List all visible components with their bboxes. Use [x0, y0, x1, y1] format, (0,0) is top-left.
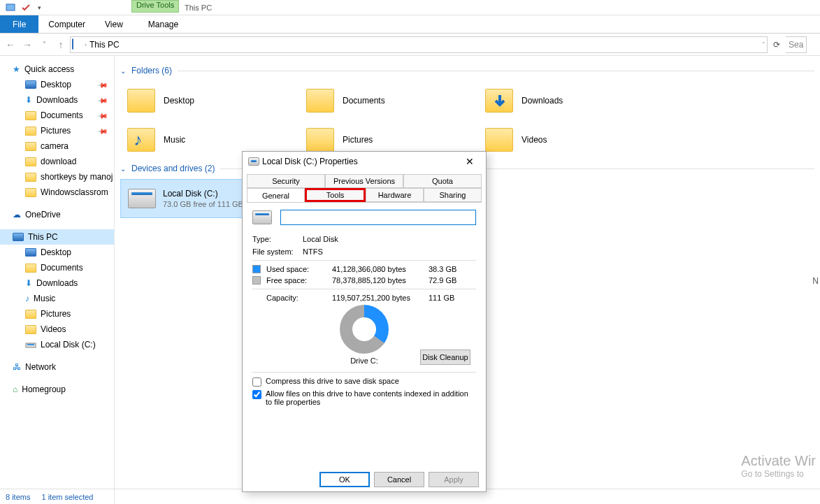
apply-button[interactable]: Apply — [429, 472, 479, 487]
sidebar-network[interactable]: 🖧Network — [0, 359, 114, 375]
sidebar-item-download[interactable]: download — [0, 154, 114, 169]
folder-videos[interactable]: Videos — [478, 120, 657, 159]
cloud-icon: ☁ — [13, 210, 21, 219]
group-folders[interactable]: ⌄ Folders (6) — [120, 66, 814, 75]
label: Pictures — [41, 126, 71, 136]
tab-manage[interactable]: Manage — [138, 15, 188, 33]
folder-icon: ♪ — [127, 128, 155, 152]
cancel-button[interactable]: Cancel — [374, 472, 424, 487]
qat-icon-2[interactable] — [20, 2, 32, 13]
index-checkbox[interactable]: Allow files on this drive to have conten… — [252, 389, 476, 406]
tab-tools[interactable]: Tools — [305, 188, 366, 202]
folder-icon — [25, 111, 36, 120]
sidebar-pc-videos[interactable]: Videos — [0, 322, 114, 337]
close-button[interactable]: ✕ — [459, 153, 480, 170]
address-dropdown[interactable]: ˅ — [762, 41, 765, 48]
sidebar-pc-downloads[interactable]: ⬇Downloads — [0, 275, 114, 291]
watermark-title: Activate Wir — [741, 453, 816, 469]
used-swatch — [252, 265, 261, 273]
label: Documents — [343, 96, 385, 106]
tab-security[interactable]: Security — [247, 174, 325, 188]
label: Allow files on this drive to have conten… — [266, 389, 476, 406]
svg-rect-0 — [6, 4, 15, 10]
tab-hardware[interactable]: Hardware — [366, 188, 424, 202]
tab-view[interactable]: View — [95, 15, 133, 33]
label: Music — [34, 294, 55, 303]
sidebar-pc-pictures[interactable]: Pictures — [0, 306, 114, 322]
free-hr: 72.9 GB — [429, 276, 476, 285]
label: Quick access — [24, 64, 74, 74]
sidebar-item-pictures[interactable]: Pictures📌 — [0, 123, 114, 138]
divider — [252, 372, 476, 373]
clipped-text: N — [812, 276, 819, 286]
pin-icon: 📌 — [97, 79, 108, 90]
dialog-title: Local Disk (C:) Properties — [259, 157, 459, 166]
compress-checkbox[interactable]: Compress this drive to save disk space — [252, 377, 476, 387]
sidebar-pc-local-disk[interactable]: Local Disk (C:) — [0, 337, 114, 352]
address-bar[interactable]: › This PC ˅ — [70, 36, 768, 53]
tab-file[interactable]: File — [0, 15, 38, 33]
label: download — [41, 157, 76, 166]
qat-icon-1[interactable] — [4, 2, 17, 13]
label: Network — [25, 362, 56, 372]
label: This PC — [28, 232, 58, 242]
sidebar-pc-documents[interactable]: Documents — [0, 260, 114, 275]
pc-icon — [72, 39, 85, 50]
sidebar-pc-music[interactable]: ♪Music — [0, 291, 114, 306]
disk-cleanup-button[interactable]: Disk Cleanup — [420, 350, 470, 365]
pin-icon: 📌 — [97, 110, 108, 121]
pc-icon — [13, 233, 24, 241]
folder-documents[interactable]: Documents — [299, 81, 478, 120]
back-button[interactable]: ← — [3, 37, 18, 52]
folder-icon — [25, 157, 36, 166]
tab-sharing[interactable]: Sharing — [424, 188, 482, 202]
sidebar-onedrive[interactable]: ☁OneDrive — [0, 207, 114, 222]
folder-desktop[interactable]: Desktop — [120, 81, 299, 120]
chevron-down-icon: ⌄ — [120, 165, 126, 173]
sidebar-item-windowsclassrom[interactable]: Windowsclassrom — [0, 185, 114, 200]
refresh-button[interactable]: ⟳ — [769, 37, 784, 52]
folder-downloads[interactable]: Downloads — [478, 81, 657, 120]
sidebar-item-desktop[interactable]: Desktop📌 — [0, 77, 114, 92]
status-selection: 1 item selected — [41, 493, 93, 501]
sidebar-this-pc[interactable]: This PC — [0, 229, 114, 245]
type-value: Local Disk — [303, 235, 338, 243]
dialog-titlebar[interactable]: Local Disk (C:) Properties ✕ — [243, 152, 486, 171]
forward-button[interactable]: → — [20, 37, 35, 52]
folder-icon — [25, 142, 36, 151]
label: Local Disk (C:) — [41, 340, 96, 350]
recent-locations[interactable]: ˅ — [36, 37, 52, 52]
download-icon: ⬇ — [25, 95, 32, 105]
free-label: Free space: — [266, 276, 326, 285]
up-button[interactable]: ↑ — [53, 37, 69, 52]
label: Videos — [522, 135, 547, 145]
tab-previous-versions[interactable]: Previous Versions — [325, 174, 403, 188]
tab-general[interactable]: General — [247, 188, 305, 202]
navigation-bar: ← → ˅ ↑ › This PC ˅ ⟳ Sea — [0, 34, 820, 56]
ok-button[interactable]: OK — [319, 472, 370, 487]
cap-hr: 111 GB — [429, 294, 476, 302]
folder-icon — [25, 188, 36, 197]
tab-quota[interactable]: Quota — [403, 174, 482, 188]
contextual-tab-drive-tools[interactable]: Drive Tools — [131, 0, 179, 13]
sidebar-item-documents[interactable]: Documents📌 — [0, 108, 114, 123]
volume-name-input[interactable] — [280, 210, 476, 225]
divider — [178, 71, 814, 71]
dialog-body: Type:Local Disk File system:NTFS Used sp… — [247, 202, 482, 468]
sidebar-homegroup[interactable]: ⌂Homegroup — [0, 382, 114, 397]
breadcrumb-this-pc[interactable]: This PC — [87, 40, 122, 50]
sidebar-quick-access[interactable]: ★ Quick access — [0, 62, 114, 77]
label: Pictures — [41, 309, 71, 319]
search-box[interactable]: Sea — [786, 36, 807, 53]
divider — [252, 260, 476, 261]
qat-more[interactable]: ▾ — [35, 4, 44, 11]
sidebar-item-camera[interactable]: camera — [0, 138, 114, 154]
folder-icon — [25, 310, 36, 319]
sidebar-item-shortkeys[interactable]: shortkeys by manoj — [0, 169, 114, 185]
sidebar-pc-desktop[interactable]: Desktop — [0, 245, 114, 260]
label: OneDrive — [25, 210, 61, 219]
tab-computer[interactable]: Computer — [38, 15, 95, 33]
sidebar-item-downloads[interactable]: ⬇Downloads📌 — [0, 92, 114, 108]
navigation-pane: ★ Quick access Desktop📌 ⬇Downloads📌 Docu… — [0, 56, 115, 503]
folder-icon — [485, 128, 513, 152]
